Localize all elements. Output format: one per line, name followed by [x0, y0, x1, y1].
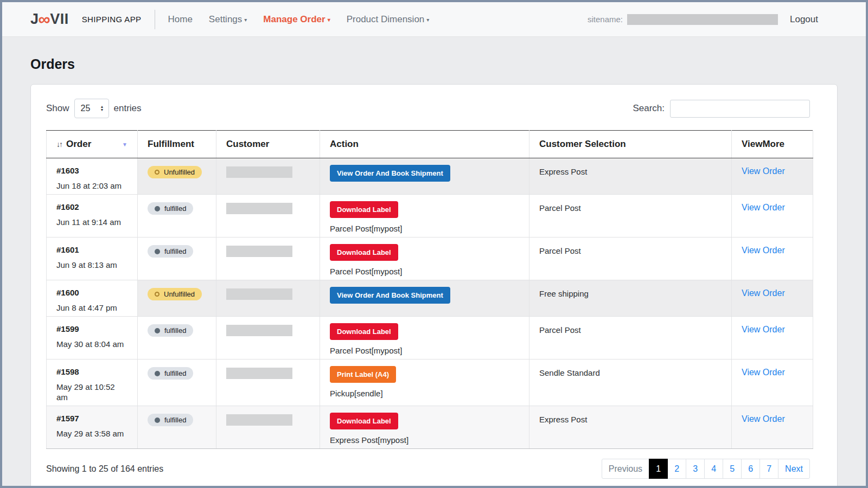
customer-selection-value: Parcel Post	[539, 325, 581, 335]
fulfillment-status-label: fulfilled	[164, 416, 186, 424]
entries-label: entries	[114, 103, 142, 114]
view-order-link[interactable]: View Order	[742, 244, 785, 255]
nav-item-label: Product Dimension	[347, 14, 425, 24]
fulfillment-status-badge: Unfulfilled	[148, 166, 202, 178]
fulfillment-status-badge: fulfilled	[148, 245, 193, 258]
order-id: #1601	[56, 245, 127, 254]
download-label-button[interactable]: Download Label	[330, 323, 398, 340]
order-id: #1602	[56, 202, 127, 211]
viewmore-cell: View Order	[732, 280, 813, 317]
brand-logo[interactable]: J∞VII	[30, 11, 69, 28]
fulfillment-cell: fulfilled	[138, 195, 216, 237]
order-cell: #1597May 29 at 3:58 am	[47, 406, 138, 449]
action-cell: Download LabelParcel Post[mypost]	[320, 237, 529, 280]
column-label: ViewMore	[742, 139, 784, 149]
nav-right: sitename: Logout	[588, 14, 818, 25]
customer-selection-cell: Parcel Post	[529, 195, 732, 237]
customer-redacted-value	[226, 414, 292, 426]
nav-item-manage-order[interactable]: Manage Order▾	[263, 14, 330, 25]
order-cell: #1601Jun 9 at 8:13 am	[47, 237, 138, 280]
download-label-button[interactable]: Download Label	[330, 413, 398, 429]
sort-desc-icon: ▼	[122, 142, 127, 147]
print-label-button[interactable]: Print Label (A4)	[330, 366, 396, 383]
table-row: #1598May 29 at 10:52 amfulfilledPrint La…	[47, 359, 813, 406]
action-cell: Download LabelParcel Post[mypost]	[320, 195, 529, 237]
status-dot-icon	[155, 418, 160, 423]
fulfillment-status-label: fulfilled	[164, 247, 186, 255]
column-label: Fulfillment	[148, 139, 194, 149]
order-cell: #1598May 29 at 10:52 am	[47, 359, 138, 406]
pagination-page-5[interactable]: 5	[723, 459, 742, 479]
view-order-and-book-shipment-button[interactable]: View Order And Book Shipment	[330, 287, 450, 304]
view-order-link[interactable]: View Order	[742, 323, 785, 335]
fulfillment-status-badge: fulfilled	[148, 367, 193, 380]
view-order-link[interactable]: View Order	[742, 413, 785, 424]
customer-selection-cell: Parcel Post	[529, 317, 732, 359]
pagination-page-3[interactable]: 3	[686, 459, 705, 479]
carrier-label: Express Post[mypost]	[330, 435, 519, 445]
table-row: #1600Jun 8 at 4:47 pmUnfulfilledView Ord…	[47, 280, 813, 317]
customer-selection-cell: Express Post	[529, 158, 732, 195]
view-order-link[interactable]: View Order	[742, 366, 785, 377]
search-input[interactable]	[670, 100, 810, 118]
fulfillment-status-label: Unfulfilled	[164, 290, 195, 298]
carrier-label: Parcel Post[mypost]	[330, 345, 519, 356]
nav-item-settings[interactable]: Settings▾	[209, 14, 247, 25]
fulfillment-cell: fulfilled	[138, 317, 216, 359]
pagination: Previous1234567Next	[602, 459, 810, 479]
order-cell: #1600Jun 8 at 4:47 pm	[47, 280, 138, 317]
pagination-page-1[interactable]: 1	[649, 459, 668, 479]
customer-redacted-value	[226, 368, 292, 379]
order-date: May 29 at 10:52 am	[56, 382, 127, 402]
pagination-page-7[interactable]: 7	[760, 459, 778, 479]
pagination-page-6[interactable]: 6	[741, 459, 760, 479]
sitename-label: sitename:	[588, 15, 623, 24]
column-label: Order	[66, 139, 91, 150]
customer-selection-value: Express Post	[539, 415, 587, 424]
nav-item-home[interactable]: Home	[168, 14, 193, 25]
fulfillment-status-label: Unfulfilled	[164, 168, 195, 176]
logout-link[interactable]: Logout	[790, 14, 818, 25]
app-label: SHIPPING APP	[82, 15, 142, 24]
column-header-customer-selection[interactable]: Customer Selection	[529, 131, 732, 158]
page-size-value: 25	[81, 104, 91, 113]
order-date: Jun 11 at 9:14 am	[56, 217, 127, 227]
view-order-and-book-shipment-button[interactable]: View Order And Book Shipment	[330, 165, 450, 182]
fulfillment-status-label: fulfilled	[164, 369, 186, 377]
action-cell: Download LabelExpress Post[mypost]	[320, 406, 529, 449]
column-header-action[interactable]: Action	[320, 131, 529, 158]
download-label-button[interactable]: Download Label	[330, 244, 398, 261]
view-order-link[interactable]: View Order	[742, 201, 785, 213]
order-cell: #1599May 30 at 8:04 am	[47, 317, 138, 359]
table-row: #1599May 30 at 8:04 amfulfilledDownload …	[47, 317, 813, 359]
fulfillment-cell: Unfulfilled	[138, 158, 216, 195]
brand-text-post: VII	[50, 11, 69, 28]
infinity-logo-icon: ∞	[39, 11, 51, 28]
order-date: Jun 18 at 2:03 am	[56, 181, 127, 191]
order-date: May 30 at 8:04 am	[56, 339, 127, 349]
fulfillment-status-badge: Unfulfilled	[148, 288, 202, 300]
column-header-fulfillment[interactable]: Fulfillment	[138, 131, 216, 158]
fulfillment-status-badge: fulfilled	[148, 202, 193, 215]
view-order-link[interactable]: View Order	[742, 165, 785, 176]
pagination-page-2[interactable]: 2	[667, 459, 686, 479]
nav-divider	[155, 10, 155, 29]
customer-selection-value: Express Post	[539, 167, 587, 176]
page-size-group: Show 25 ▲▼ entries	[46, 99, 142, 118]
page-size-select[interactable]: 25 ▲▼	[74, 99, 109, 118]
fulfillment-status-label: fulfilled	[164, 326, 186, 335]
table-row: #1603Jun 18 at 2:03 amUnfulfilledView Or…	[47, 158, 813, 195]
caret-down-icon: ▾	[244, 17, 247, 23]
column-header-viewmore[interactable]: ViewMore	[732, 131, 813, 158]
order-id: #1597	[56, 414, 127, 423]
pagination-page-4[interactable]: 4	[704, 459, 723, 479]
view-order-link[interactable]: View Order	[742, 287, 785, 298]
column-header-customer[interactable]: Customer	[216, 131, 320, 158]
column-header-order[interactable]: ↓↑Order▼	[47, 131, 138, 158]
download-label-button[interactable]: Download Label	[330, 201, 398, 218]
customer-selection-value: Sendle Standard	[539, 368, 600, 377]
status-dot-icon	[155, 170, 159, 175]
pagination-next-button[interactable]: Next	[778, 459, 810, 479]
nav-item-product-dimension[interactable]: Product Dimension▾	[347, 14, 430, 25]
pagination-previous-button[interactable]: Previous	[602, 459, 649, 479]
